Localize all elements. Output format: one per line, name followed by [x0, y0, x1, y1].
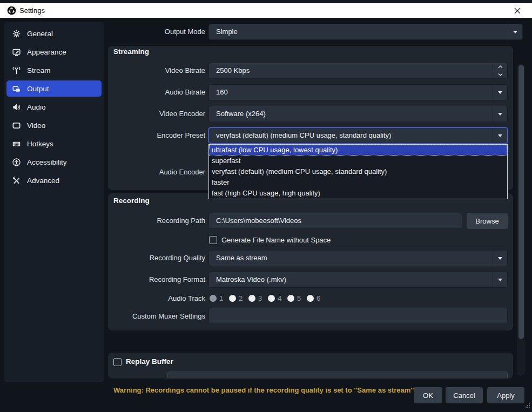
- audio-track-radio-4[interactable]: [268, 295, 275, 302]
- tools-icon: [12, 176, 21, 185]
- audio-bitrate-value: 160: [216, 85, 228, 100]
- audio-track-number: 5: [297, 294, 301, 302]
- audio-track-number: 4: [278, 294, 281, 302]
- encoder-preset-dropdown: ultrafast (low CPU usage, lowest quality…: [208, 144, 508, 199]
- audio-bitrate-label: Audio Bitrate: [108, 88, 205, 96]
- output-mode-select[interactable]: Simple: [208, 24, 523, 40]
- cancel-button[interactable]: Cancel: [446, 387, 483, 403]
- browse-button[interactable]: Browse: [467, 213, 508, 229]
- sidebar-item-appearance[interactable]: Appearance: [6, 44, 102, 60]
- apply-button[interactable]: Apply: [487, 387, 524, 403]
- chevron-down-icon[interactable]: [493, 251, 507, 266]
- custom-muxer-label: Custom Muxer Settings: [108, 312, 205, 320]
- spinner-buttons: [493, 63, 507, 78]
- chevron-down-icon[interactable]: [493, 272, 507, 287]
- chevron-down-icon[interactable]: [493, 106, 507, 121]
- titlebar: Settings: [0, 3, 532, 18]
- recording-header: Recording: [113, 197, 150, 205]
- audio-track-radio-1[interactable]: [210, 295, 217, 302]
- dropdown-option-veryfast[interactable]: veryfast (default) (medium CPU usage, st…: [209, 166, 507, 177]
- sidebar-item-label: Hotkeys: [27, 140, 53, 148]
- video-encoder-label: Video Encoder: [108, 110, 205, 118]
- spin-up-icon[interactable]: [499, 374, 503, 379]
- replay-buffer-checkbox[interactable]: [113, 358, 122, 366]
- recording-quality-label: Recording Quality: [108, 254, 205, 262]
- sidebar-item-general[interactable]: General: [6, 25, 102, 42]
- settings-content: General Appearance Stream Output Audio V…: [0, 18, 532, 412]
- custom-muxer-input[interactable]: [208, 308, 508, 324]
- ok-button[interactable]: OK: [414, 387, 442, 403]
- dropdown-option-superfast[interactable]: superfast: [209, 156, 507, 166]
- spin-down-icon[interactable]: [493, 71, 507, 79]
- recording-path-value: C:\Users\mobeesoft\Videos: [216, 213, 301, 228]
- sidebar-item-stream[interactable]: Stream: [6, 62, 102, 78]
- settings-window: Settings General Appearance Stream Outpu…: [0, 0, 532, 412]
- chevron-down-icon[interactable]: [493, 85, 507, 100]
- gear-icon: [12, 29, 21, 38]
- sidebar-item-label: Audio: [27, 103, 46, 111]
- sidebar-item-advanced[interactable]: Advanced: [6, 172, 102, 188]
- encoder-preset-value: veryfast (default) (medium CPU usage, st…: [216, 128, 391, 143]
- output-mode-value: Simple: [216, 24, 238, 39]
- sidebar-item-label: General: [27, 30, 53, 38]
- chevron-down-icon[interactable]: [493, 128, 507, 143]
- output-icon: [12, 84, 21, 93]
- video-bitrate-label: Video Bitrate: [108, 66, 205, 75]
- sidebar-item-output[interactable]: Output: [6, 80, 102, 97]
- sidebar-item-audio[interactable]: Audio: [6, 99, 102, 115]
- recording-format-select[interactable]: Matroska Video (.mkv): [208, 272, 508, 288]
- generate-filename-label: Generate File Name without Space: [221, 236, 331, 244]
- replay-buffer-panel: Replay Buffer: [108, 353, 513, 379]
- encoder-preset-label: Encoder Preset: [108, 131, 205, 139]
- audio-track-number: 3: [258, 294, 262, 302]
- scrollbar-thumb[interactable]: [518, 65, 524, 339]
- appearance-icon: [12, 48, 21, 57]
- stream-antenna-icon: [12, 66, 21, 75]
- sidebar-item-video[interactable]: Video: [6, 117, 102, 133]
- sidebar-item-label: Stream: [27, 66, 51, 75]
- recording-quality-select[interactable]: Same as stream: [208, 250, 508, 266]
- sidebar-item-label: Advanced: [27, 177, 59, 185]
- close-button[interactable]: [506, 3, 529, 18]
- dropdown-option-ultrafast[interactable]: ultrafast (low CPU usage, lowest quality…: [209, 145, 507, 156]
- close-icon: [514, 8, 521, 14]
- audio-track-radio-3[interactable]: [248, 295, 255, 302]
- sidebar-item-label: Accessibility: [27, 158, 67, 166]
- video-bitrate-spinner[interactable]: 2500 Kbps: [208, 63, 508, 79]
- chevron-down-icon[interactable]: [508, 24, 522, 39]
- dropdown-option-fast[interactable]: fast (high CPU usage, high quality): [209, 188, 507, 199]
- recording-format-label: Recording Format: [108, 275, 205, 283]
- video-bitrate-value: 2500 Kbps: [216, 63, 250, 78]
- sidebar-item-label: Video: [27, 121, 45, 130]
- audio-bitrate-select[interactable]: 160: [208, 84, 508, 100]
- window-title: Settings: [19, 3, 45, 18]
- spin-up-icon[interactable]: [493, 63, 507, 71]
- sidebar: General Appearance Stream Output Audio V…: [4, 22, 104, 382]
- dropdown-option-faster[interactable]: faster: [209, 177, 507, 188]
- generate-filename-checkbox[interactable]: [209, 236, 217, 244]
- encoder-preset-select[interactable]: veryfast (default) (medium CPU usage, st…: [208, 127, 508, 144]
- sidebar-item-label: Appearance: [27, 48, 66, 56]
- sidebar-item-hotkeys[interactable]: Hotkeys: [6, 136, 102, 152]
- replay-buffer-header: Replay Buffer: [126, 357, 173, 366]
- sidebar-item-accessibility[interactable]: Accessibility: [6, 154, 102, 170]
- video-encoder-select[interactable]: Software (x264): [208, 106, 508, 122]
- obs-logo-icon: [7, 6, 16, 15]
- speaker-icon: [12, 103, 21, 112]
- audio-track-number: 1: [219, 294, 223, 302]
- audio-track-radio-5[interactable]: [287, 295, 294, 302]
- recording-path-field[interactable]: C:\Users\mobeesoft\Videos: [208, 213, 462, 229]
- audio-track-number: 2: [239, 294, 243, 302]
- audio-track-radio-6[interactable]: [307, 295, 314, 302]
- recording-path-label: Recording Path: [108, 217, 205, 225]
- warning-text: Warning: Recordings cannot be paused if …: [113, 386, 416, 394]
- replay-time-field-partial[interactable]: [167, 372, 508, 379]
- video-encoder-value: Software (x264): [216, 106, 266, 121]
- output-mode-label: Output Mode: [108, 28, 205, 36]
- audio-track-radio-2[interactable]: [229, 295, 236, 302]
- sidebar-item-label: Output: [27, 85, 49, 93]
- resize-grip[interactable]: [525, 401, 530, 410]
- audio-track-number: 6: [316, 294, 320, 302]
- accessibility-icon: [12, 158, 21, 167]
- audio-track-label: Audio Track: [108, 294, 205, 302]
